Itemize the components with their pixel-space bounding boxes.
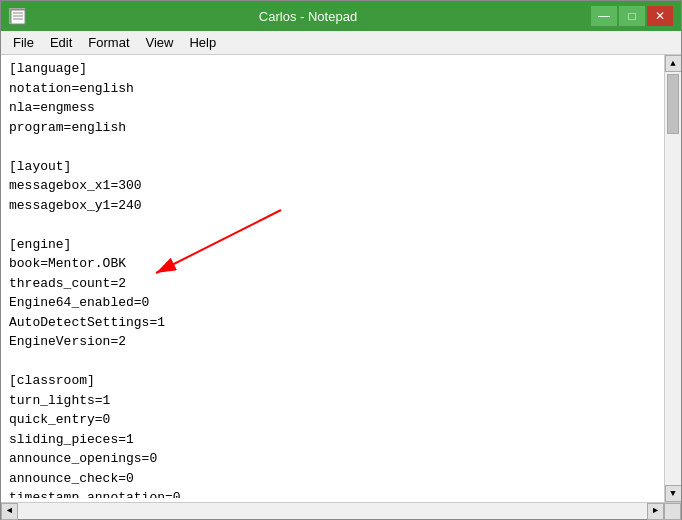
window-title: Carlos - Notepad	[25, 9, 591, 24]
horizontal-scrollbar: ◄ ►	[1, 503, 664, 519]
menu-format[interactable]: Format	[80, 33, 137, 52]
menu-help[interactable]: Help	[181, 33, 224, 52]
window-controls: — □ ✕	[591, 6, 673, 26]
menu-edit[interactable]: Edit	[42, 33, 80, 52]
menu-view[interactable]: View	[138, 33, 182, 52]
editor-panel: [language] notation=english nla=engmess …	[1, 55, 664, 502]
title-bar: Carlos - Notepad — □ ✕	[1, 1, 681, 31]
scroll-left-button[interactable]: ◄	[1, 503, 18, 520]
vertical-scrollbar: ▲ ▼	[664, 55, 681, 502]
editor-text[interactable]: [language] notation=english nla=engmess …	[9, 59, 656, 498]
scroll-track-vertical[interactable]	[665, 72, 681, 485]
scroll-corner	[664, 503, 681, 520]
content-area: [language] notation=english nla=engmess …	[1, 55, 681, 502]
app-icon	[9, 8, 25, 24]
bottom-bar: ◄ ►	[1, 502, 681, 519]
close-button[interactable]: ✕	[647, 6, 673, 26]
menu-file[interactable]: File	[5, 33, 42, 52]
scroll-up-button[interactable]: ▲	[665, 55, 682, 72]
minimize-button[interactable]: —	[591, 6, 617, 26]
scroll-thumb-vertical[interactable]	[667, 74, 679, 134]
svg-rect-0	[11, 10, 25, 24]
menu-bar: File Edit Format View Help	[1, 31, 681, 55]
scroll-right-button[interactable]: ►	[647, 503, 664, 520]
scroll-track-horizontal[interactable]	[18, 503, 647, 519]
main-window: Carlos - Notepad — □ ✕ File Edit Format …	[0, 0, 682, 520]
scroll-down-button[interactable]: ▼	[665, 485, 682, 502]
maximize-button[interactable]: □	[619, 6, 645, 26]
